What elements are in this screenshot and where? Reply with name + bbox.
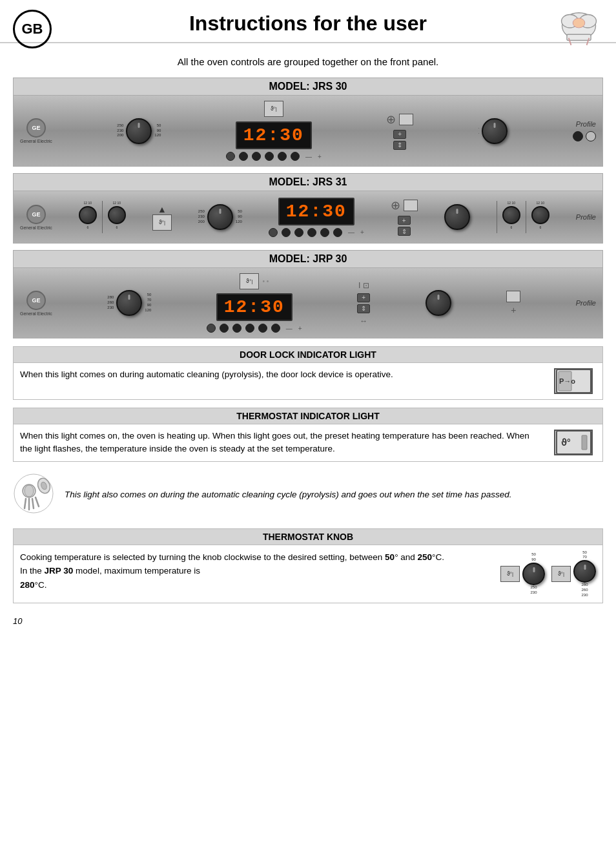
ge-text-jrs30: General Electric [20, 139, 52, 143]
right-knob-jrs31 [444, 204, 470, 230]
right-knob-jrp30 [426, 290, 451, 316]
display-group-jrs31: 12:30 — + [269, 198, 364, 237]
plus-btn-jrs31[interactable]: + [398, 216, 411, 225]
thermostat-knob-body: Cooking temperature is selected by turni… [14, 545, 602, 603]
btn-jrp30-3[interactable] [232, 324, 241, 333]
knob-50: 50 [385, 552, 395, 562]
page-header: GB Instructions for the user [0, 0, 616, 43]
model-jrs30-label: MODEL: JRS 30 [14, 78, 602, 96]
svg-point-15 [25, 485, 34, 497]
scale-marks-right: 50 90 120 [154, 123, 161, 138]
right-knob[interactable] [482, 118, 508, 144]
plus-btn-jrp30[interactable]: + [357, 293, 370, 302]
svg-point-4 [573, 18, 585, 28]
burner-knob-3[interactable] [502, 206, 520, 224]
ge-logo-jrs30: GE General Electric [20, 118, 52, 143]
btn4[interactable] [265, 152, 274, 161]
plus-btn[interactable]: + [393, 130, 406, 139]
burner-knob-4[interactable] [531, 206, 549, 224]
knob-text-4: In the [20, 566, 42, 576]
knob-image-2: ϑ°| 5070 280260230 [551, 550, 596, 598]
minus-btn-jrs31[interactable]: ⇕ [398, 227, 411, 236]
right-knob-jrs31[interactable] [444, 204, 470, 230]
scale-right-left: · · [478, 126, 480, 136]
thermostat-indicator-body: When this light comes on, the oven is he… [14, 424, 602, 461]
btn-j31-5[interactable] [320, 228, 329, 237]
thermostat-indicator-icon-container: ϑ° [551, 430, 596, 455]
chef-hat-icon [558, 6, 603, 48]
model-jrs30-section: MODEL: JRS 30 GE General Electric 250 23… [13, 78, 603, 167]
knob-text-6: °C. [35, 580, 47, 590]
ge-circle-jrs31: GE [26, 205, 46, 224]
digital-display-jrs30: 12:30 [236, 121, 312, 149]
arrow-icon-jrp30: ↔ [360, 317, 367, 326]
small-square-jrp30 [506, 291, 520, 302]
thermostat-indicator-section: THERMOSTAT INDICATOR LIGHT When this lig… [13, 408, 603, 462]
btn5[interactable] [278, 152, 287, 161]
italic-note-section: This light also comes on during the auto… [13, 470, 603, 521]
btn1[interactable] [226, 152, 235, 161]
btn-j31-4[interactable] [307, 228, 316, 237]
control-buttons-jrp30: — + [207, 324, 302, 333]
knob-250: 250 [418, 552, 433, 562]
model-jrs30-panel: GE General Electric 250 230 200 50 90 12… [14, 96, 602, 166]
ge-circle-jrp30: GE [26, 291, 46, 310]
thermostat-knob-jrs30: 250 230 200 50 90 120 [117, 118, 161, 144]
indicator-square-jrs31 [404, 200, 418, 211]
italic-note-text: This light also comes on during the auto… [65, 488, 603, 501]
thermostat-knob-jrs31: 250 230 200 50 90 120 [198, 204, 242, 230]
therm-icon-knob2: ϑ°| [551, 566, 571, 582]
knob-text-2: ° and [395, 552, 415, 562]
digital-display-jrs31: 12:30 [278, 198, 354, 225]
main-knob-jrp30[interactable] [116, 290, 142, 316]
door-lock-header: DOOR LOCK INDICATOR LIGHT [14, 347, 602, 363]
btn-jrp30-5[interactable] [258, 324, 267, 333]
btn-j31-6[interactable] [333, 228, 342, 237]
right-knob-jrp30[interactable] [426, 290, 451, 316]
profile-label-jrp30: Profile [576, 299, 596, 307]
burner-knob-1[interactable] [79, 206, 97, 224]
plus-minus-jrs30: + ⇕ [393, 130, 406, 150]
ge-circle: GE [26, 118, 46, 138]
btn-j31-3[interactable] [294, 228, 303, 237]
svg-line-18 [32, 499, 34, 508]
right-knob-jrs30: · · [478, 118, 508, 144]
knob-280: 280 [20, 580, 35, 590]
thermostat-icon-jrs31: ϑ°| [152, 214, 172, 231]
btn2[interactable] [239, 152, 248, 161]
btn-jrp30-1[interactable] [207, 324, 216, 333]
knob-display-2 [573, 560, 596, 583]
svg-text:P→o: P→o [559, 377, 575, 385]
display-group-jrs30: ϑ°| 12:30 — + [226, 101, 322, 161]
minus-btn[interactable]: ⇕ [393, 141, 406, 150]
btn-j31-2[interactable] [282, 228, 291, 237]
burner-knob-2[interactable] [108, 206, 126, 224]
page-title: Instructions for the user [189, 12, 427, 36]
svg-rect-12 [582, 435, 587, 450]
model-jrs31-section: MODEL: JRS 31 GE General Electric 12 10 … [13, 173, 603, 244]
control-buttons-jrs30: — + [226, 152, 322, 161]
btn3[interactable] [252, 152, 261, 161]
btn-jrp30-6[interactable] [271, 324, 280, 333]
right-burner-knobs-jrs31: 12 10 6 12 10 6 [497, 201, 549, 233]
thermostat-indicator-icon: ϑ° [554, 430, 593, 455]
thermostat-knob-text: Cooking temperature is selected by turni… [20, 550, 491, 598]
btn-jrp30-2[interactable] [220, 324, 229, 333]
model-jrp30-panel: GE General Electric 280 260 230 50 70 90… [14, 268, 602, 338]
thermostat-indicator-jrs30: ϑ°| [264, 101, 283, 117]
svg-text:ϑ°: ϑ° [561, 437, 571, 448]
thermostat-indicator-text: When this light comes on, the oven is he… [20, 430, 541, 456]
door-lock-body: When this light comes on during automati… [14, 363, 602, 399]
svg-line-19 [36, 497, 39, 506]
digital-display-jrp30: 12:30 [216, 293, 293, 321]
model-jrp30-section: MODEL: JRP 30 GE General Electric 280 26… [13, 250, 603, 338]
italic-icon [13, 473, 55, 517]
indicator-square [399, 114, 413, 125]
btn-j31-1[interactable] [269, 228, 278, 237]
indicator-dot2 [586, 131, 596, 141]
btn-jrp30-4[interactable] [245, 324, 254, 333]
btn6[interactable] [291, 152, 300, 161]
minus-btn-jrp30[interactable]: ⇕ [357, 304, 370, 313]
main-knob-jrs30[interactable] [126, 118, 152, 144]
main-knob-jrs31[interactable] [207, 204, 233, 230]
